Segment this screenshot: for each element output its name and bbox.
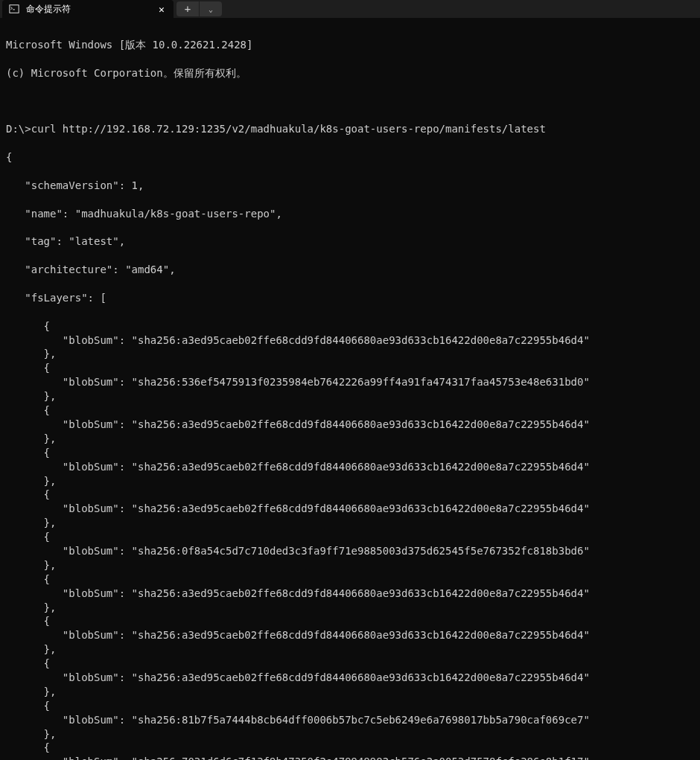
layer-close: }, — [6, 727, 694, 741]
cmd-icon — [8, 3, 20, 15]
layer-open: { — [6, 614, 694, 628]
blobsum-line: "blobSum": "sha256:a3ed95caeb02ffe68cdd9… — [6, 460, 694, 474]
blobsum-line: "blobSum": "sha256:a3ed95caeb02ffe68cdd9… — [6, 671, 694, 685]
layer-open: { — [6, 530, 694, 544]
layer-close: }, — [6, 432, 694, 446]
layer-open: { — [6, 657, 694, 671]
blobsum-line: "blobSum": "sha256:81b7f5a7444b8cb64dff0… — [6, 713, 694, 727]
new-tab-button[interactable]: + — [176, 1, 199, 16]
layer-close: }, — [6, 474, 694, 488]
layer-open: { — [6, 446, 694, 460]
json-architecture: "architecture": "amd64", — [6, 263, 694, 277]
blobsum-line: "blobSum": "sha256:7031d6d6c7f13f9b47350… — [6, 755, 694, 760]
command-line: D:\>curl http://192.168.72.129:1235/v2/m… — [6, 122, 694, 136]
terminal-output[interactable]: Microsoft Windows [版本 10.0.22621.2428] (… — [0, 18, 700, 760]
layer-close: }, — [6, 389, 694, 403]
layer-open: { — [6, 741, 694, 755]
json-fslayers-open: "fsLayers": [ — [6, 291, 694, 305]
layer-open: { — [6, 572, 694, 587]
blobsum-line: "blobSum": "sha256:536ef5475913f0235984e… — [6, 375, 694, 389]
blobsum-line: "blobSum": "sha256:a3ed95caeb02ffe68cdd9… — [6, 628, 694, 642]
active-tab[interactable]: 命令提示符 ✕ — [2, 0, 174, 18]
tab-actions: + ⌄ — [176, 0, 223, 18]
json-tag: "tag": "latest", — [6, 234, 694, 249]
blobsum-line: "blobSum": "sha256:a3ed95caeb02ffe68cdd9… — [6, 587, 694, 601]
copyright-line: (c) Microsoft Corporation。保留所有权利。 — [6, 66, 694, 80]
layer-close: }, — [6, 347, 694, 361]
layer-open: { — [6, 699, 694, 713]
layer-open: { — [6, 488, 694, 502]
tab-close-button[interactable]: ✕ — [156, 3, 168, 15]
layer-open: { — [6, 403, 694, 418]
version-line: Microsoft Windows [版本 10.0.22621.2428] — [6, 38, 694, 52]
layer-open: { — [6, 361, 694, 375]
title-bar: 命令提示符 ✕ + ⌄ — [0, 0, 700, 18]
json-name: "name": "madhuakula/k8s-goat-users-repo"… — [6, 207, 694, 221]
layer-close: }, — [6, 601, 694, 615]
layer-close: }, — [6, 685, 694, 699]
blobsum-line: "blobSum": "sha256:0f8a54c5d7c710ded3c3f… — [6, 544, 694, 558]
layer-close: }, — [6, 642, 694, 657]
blobsum-line: "blobSum": "sha256:a3ed95caeb02ffe68cdd9… — [6, 333, 694, 348]
layer-open: { — [6, 319, 694, 333]
tab-dropdown-button[interactable]: ⌄ — [200, 1, 222, 16]
layer-close: }, — [6, 516, 694, 530]
layer-close: }, — [6, 558, 694, 572]
json-schema-version: "schemaVersion": 1, — [6, 179, 694, 193]
blobsum-line: "blobSum": "sha256:a3ed95caeb02ffe68cdd9… — [6, 418, 694, 432]
blobsum-line: "blobSum": "sha256:a3ed95caeb02ffe68cdd9… — [6, 502, 694, 516]
svg-rect-0 — [10, 5, 19, 13]
blank-line — [6, 94, 694, 108]
json-open: { — [6, 150, 694, 165]
tab-title: 命令提示符 — [26, 3, 150, 16]
